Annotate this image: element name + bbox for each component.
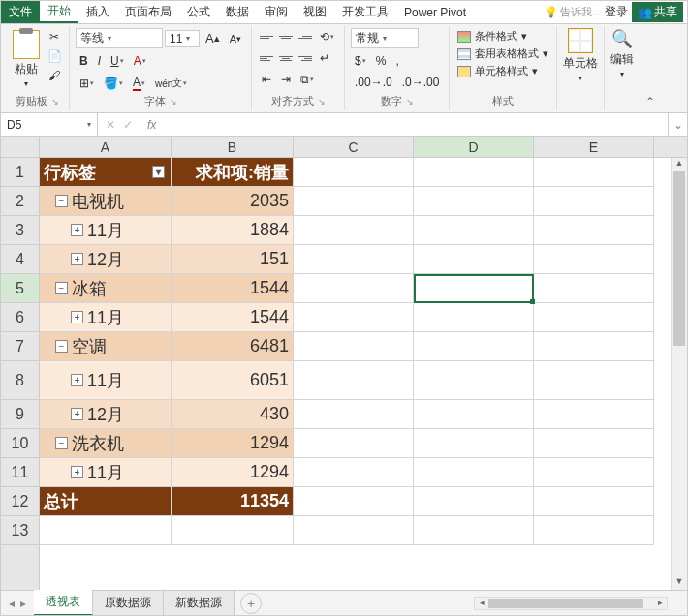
cell-D8[interactable] — [414, 361, 534, 400]
orientation-button[interactable]: ⟲▾ — [316, 28, 338, 46]
cell-B12[interactable]: 11354 — [172, 487, 294, 516]
cell-D4[interactable] — [414, 245, 534, 274]
cell-E2[interactable] — [534, 187, 654, 216]
fx-label[interactable]: fx — [141, 113, 162, 136]
fill-color-button[interactable]: 🪣▾ — [100, 75, 127, 92]
cell-B11[interactable]: 1294 — [172, 458, 294, 487]
cell-C10[interactable] — [294, 429, 414, 458]
number-format-combo[interactable]: 常规▾ — [351, 28, 419, 48]
collapse-icon[interactable]: − — [55, 282, 68, 294]
cell-C5[interactable] — [294, 274, 414, 303]
scroll-thumb[interactable] — [673, 171, 685, 346]
cell-styles-button[interactable]: 单元格样式 ▾ — [455, 63, 550, 79]
tab-insert[interactable]: 插入 — [78, 1, 117, 23]
cell-B9[interactable]: 430 — [172, 400, 294, 429]
col-header-C[interactable]: C — [294, 137, 414, 157]
col-header-B[interactable]: B — [172, 137, 294, 157]
align-center-button[interactable] — [277, 50, 295, 66]
cell-D6[interactable] — [414, 303, 534, 332]
cell-A11[interactable]: +11月 — [40, 458, 172, 487]
cells-button[interactable]: 单元格 ▾ — [563, 28, 598, 97]
cell-C2[interactable] — [294, 187, 414, 216]
cell-D7[interactable] — [414, 332, 534, 361]
col-header-A[interactable]: A — [40, 137, 172, 157]
sheet-tab-1[interactable]: 原数据源 — [93, 591, 164, 615]
indent-decrease-button[interactable]: ⇤ — [258, 71, 275, 88]
cell-E13[interactable] — [534, 516, 654, 545]
name-box[interactable]: D5▾ — [1, 113, 98, 136]
cell-B6[interactable]: 1544 — [172, 303, 294, 332]
vertical-scrollbar[interactable]: ▲ ▼ — [671, 158, 687, 590]
cell-C8[interactable] — [294, 361, 414, 400]
accounting-button[interactable]: $▾ — [351, 52, 370, 70]
row-header-1[interactable]: 1 — [1, 158, 39, 187]
tab-nav-next[interactable]: ▸ — [20, 597, 26, 610]
cell-D2[interactable] — [414, 187, 534, 216]
wrap-text-button[interactable]: ↵ — [316, 49, 333, 67]
cut-button[interactable]: ✂ — [46, 28, 63, 46]
collapse-ribbon-button[interactable]: ⌃ — [640, 93, 661, 110]
indent-increase-button[interactable]: ⇥ — [277, 71, 295, 88]
number-launcher[interactable]: ↘ — [406, 97, 414, 107]
cell-E9[interactable] — [534, 400, 654, 429]
cell-A10[interactable]: −洗衣机 — [40, 429, 172, 458]
paste-button[interactable]: 粘贴 ▾ — [11, 28, 42, 94]
cell-A6[interactable]: +11月 — [40, 303, 172, 332]
tab-nav-prev[interactable]: ◂ — [9, 597, 15, 610]
font-color-button[interactable]: A▾ — [129, 74, 149, 93]
expand-icon[interactable]: + — [71, 224, 83, 236]
align-bottom-button[interactable] — [297, 29, 314, 45]
font-size-combo[interactable]: 11▾ — [165, 30, 200, 47]
dec-decimal-button[interactable]: .0→.00 — [398, 74, 444, 91]
comma-button[interactable]: , — [391, 52, 402, 70]
cell-D9[interactable] — [414, 400, 534, 429]
row-header-7[interactable]: 7 — [1, 332, 39, 361]
expand-icon[interactable]: + — [71, 466, 83, 478]
cell-B2[interactable]: 2035 — [172, 187, 294, 216]
row-header-3[interactable]: 3 — [1, 216, 39, 245]
share-button[interactable]: 👥 共享 — [632, 2, 683, 22]
cell-E10[interactable] — [534, 429, 654, 458]
expand-formula-bar-button[interactable]: ⌄ — [668, 113, 687, 136]
cell-E8[interactable] — [534, 361, 654, 400]
grow-font-button[interactable]: A▴ — [202, 29, 224, 47]
cell-A1[interactable]: 行标签▾ — [40, 158, 172, 187]
tab-formula[interactable]: 公式 — [179, 1, 218, 23]
shrink-font-button[interactable]: A▾ — [226, 31, 245, 46]
inc-decimal-button[interactable]: .00→.0 — [351, 74, 396, 91]
cell-D3[interactable] — [414, 216, 534, 245]
expand-icon[interactable]: + — [71, 253, 83, 265]
cell-C1[interactable] — [294, 158, 414, 187]
cell-A2[interactable]: −电视机 — [40, 187, 172, 216]
cell-D11[interactable] — [414, 458, 534, 487]
cell-D10[interactable] — [414, 429, 534, 458]
cell-C11[interactable] — [294, 458, 414, 487]
collapse-icon[interactable]: − — [55, 437, 68, 449]
cell-D5[interactable] — [414, 274, 534, 303]
row-header-2[interactable]: 2 — [1, 187, 39, 216]
cell-C13[interactable] — [294, 516, 414, 545]
row-header-13[interactable]: 13 — [1, 516, 39, 545]
scroll-up-button[interactable]: ▲ — [672, 158, 687, 171]
expand-icon[interactable]: + — [71, 408, 83, 420]
cell-A5[interactable]: −冰箱 — [40, 274, 172, 303]
cell-D12[interactable] — [414, 487, 534, 516]
tab-dev[interactable]: 开发工具 — [334, 1, 396, 23]
cell-B1[interactable]: 求和项:销量 — [172, 158, 294, 187]
cell-B10[interactable]: 1294 — [172, 429, 294, 458]
align-top-button[interactable] — [258, 29, 275, 45]
cell-A8[interactable]: +11月 — [40, 361, 172, 400]
cell-E1[interactable] — [534, 158, 654, 187]
cell-A3[interactable]: +11月 — [40, 216, 172, 245]
cell-A4[interactable]: +12月 — [40, 245, 172, 274]
cell-E3[interactable] — [534, 216, 654, 245]
merge-button[interactable]: ⧉▾ — [297, 71, 318, 88]
row-header-10[interactable]: 10 — [1, 429, 39, 458]
row-header-9[interactable]: 9 — [1, 400, 39, 429]
bold-button[interactable]: B — [76, 52, 92, 70]
hscroll-thumb[interactable] — [488, 599, 643, 608]
phonetic-button[interactable]: A▾ — [130, 52, 150, 70]
scroll-down-button[interactable]: ▼ — [672, 576, 687, 590]
border-button[interactable]: ⊞▾ — [76, 75, 98, 92]
login-link[interactable]: 登录 — [605, 4, 628, 20]
